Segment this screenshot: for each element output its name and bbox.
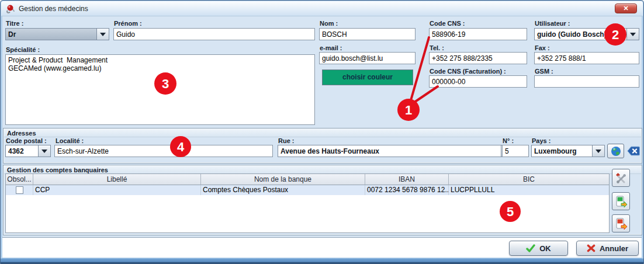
code-postal-combobox[interactable]: 4362 — [5, 145, 51, 157]
libelle-cell: CCP — [33, 185, 201, 195]
annotation-badge-1: 1 — [397, 99, 420, 121]
obsolete-checkbox[interactable] — [16, 186, 23, 194]
nom-input[interactable] — [319, 28, 416, 40]
close-button[interactable]: ✕ — [615, 4, 637, 13]
svg-text:1: 1 — [405, 103, 412, 117]
titre-combobox[interactable]: Dr — [5, 28, 109, 40]
check-icon — [526, 244, 535, 252]
column-header-bic[interactable]: BIC — [449, 174, 609, 185]
comptes-group-header: Gestion des comptes banquaires — [4, 166, 641, 174]
iban-cell: 0072 1234 5678 9876 12... — [365, 185, 449, 195]
pays-value: Luxembourg — [532, 145, 592, 157]
chevron-down-icon[interactable] — [592, 145, 604, 157]
tel-label: Tel. : — [430, 44, 444, 51]
utilisateur-value: guido (Guido Bosch) — [535, 29, 626, 40]
window-bottom-border — [1, 258, 643, 263]
nom-label: Nom : — [320, 20, 338, 27]
add-account-button[interactable] — [612, 192, 630, 210]
specialite-label: Spécialité : — [6, 46, 40, 53]
annotation-arrow-to-code-cns-facturation — [414, 86, 438, 102]
email-input[interactable] — [319, 52, 416, 64]
chevron-down-icon[interactable] — [626, 29, 639, 40]
comptes-table: Obsol... Libellé Nom de la banque IBAN B… — [5, 173, 610, 233]
backspace-clear-icon — [627, 146, 640, 156]
titre-value: Dr — [6, 29, 96, 40]
obsolete-cell — [6, 185, 33, 195]
bic-cell: LUCPPLLULL — [449, 185, 609, 195]
add-row-icon — [615, 195, 627, 208]
code-cns-facturation-input[interactable] — [429, 75, 527, 88]
delete-account-button[interactable] — [612, 214, 630, 232]
title-bar: Gestion des médecins ✕ — [1, 1, 643, 16]
numero-label: N° : — [503, 137, 514, 144]
app-logo-icon — [6, 4, 15, 13]
localite-input[interactable] — [54, 145, 273, 157]
code-cns-facturation-label: Code CNS (Facturation) : — [430, 68, 506, 75]
rue-combobox[interactable]: Avenue des Hauts-Fourneaux — [278, 145, 514, 157]
fax-label: Fax : — [535, 44, 550, 51]
ok-button-label: OK — [539, 244, 551, 253]
utilisateur-label: Utilisateur : — [535, 20, 570, 27]
clear-address-button[interactable] — [626, 145, 640, 157]
code-cns-input[interactable] — [429, 28, 527, 40]
column-header-iban[interactable]: IBAN — [365, 174, 449, 185]
email-label: e-mail : — [320, 44, 342, 51]
code-cns-label: Code CNS : — [430, 20, 465, 27]
column-header-obsolete[interactable]: Obsol... — [6, 174, 33, 185]
rue-value: Avenue des Hauts-Fourneaux — [278, 145, 501, 157]
fax-input[interactable] — [534, 52, 639, 64]
utilisateur-combobox[interactable]: guido (Guido Bosch) — [534, 28, 639, 40]
chevron-down-icon[interactable] — [96, 29, 109, 40]
annuler-button-label: Annuler — [600, 244, 628, 253]
table-row[interactable]: CCP Comptes Chèques Postaux 0072 1234 56… — [6, 185, 609, 195]
choisir-couleur-button[interactable]: choisir couleur — [322, 70, 413, 85]
pays-combobox[interactable]: Luxembourg — [531, 145, 605, 157]
cross-icon — [587, 244, 595, 252]
numero-input[interactable] — [502, 145, 529, 157]
adresses-group-header: Adresses — [4, 129, 641, 137]
code-postal-value: 4362 — [6, 145, 38, 157]
titre-label: Titre : — [6, 20, 23, 27]
window-title: Gestion des médecins — [19, 5, 88, 13]
gsm-label: GSM : — [535, 68, 553, 75]
geolocate-button[interactable] — [607, 144, 624, 158]
prenom-label: Prénom : — [114, 20, 142, 27]
localite-label: Localité : — [56, 137, 84, 144]
prenom-input[interactable] — [113, 28, 315, 40]
edit-account-button[interactable] — [612, 169, 630, 187]
ok-button[interactable]: OK — [509, 241, 568, 256]
column-header-libelle[interactable]: Libellé — [33, 174, 201, 185]
comptes-table-header: Obsol... Libellé Nom de la banque IBAN B… — [6, 174, 609, 185]
column-header-banque[interactable]: Nom de la banque — [201, 174, 365, 185]
delete-row-icon — [615, 217, 627, 230]
globe-icon — [611, 146, 621, 157]
tel-input[interactable] — [429, 52, 527, 64]
code-postal-label: Code postal : — [6, 137, 47, 144]
specialite-textarea[interactable]: Project & Product Management GECAMed (ww… — [5, 54, 315, 125]
chevron-down-icon[interactable] — [38, 145, 50, 157]
rue-label: Rue : — [278, 137, 295, 144]
gestion-des-medecins-dialog: Gestion des médecins ✕ Titre : Dr Prénom… — [0, 0, 644, 264]
tools-icon — [615, 172, 628, 185]
banque-cell: Comptes Chèques Postaux — [201, 185, 365, 195]
annuler-button[interactable]: Annuler — [576, 241, 639, 256]
pays-label: Pays : — [532, 137, 550, 144]
gsm-input[interactable] — [534, 75, 639, 88]
